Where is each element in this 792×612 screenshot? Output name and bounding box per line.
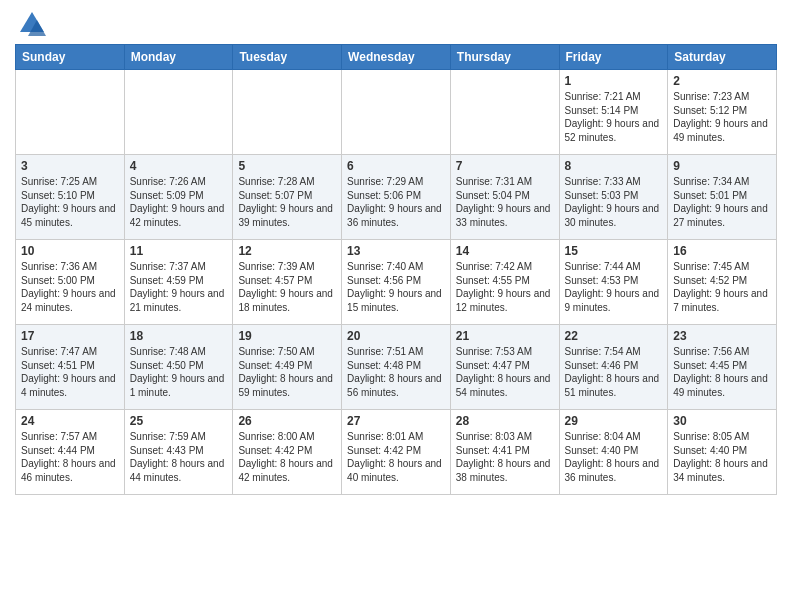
calendar-cell xyxy=(342,70,451,155)
day-number: 28 xyxy=(456,414,554,428)
day-number: 12 xyxy=(238,244,336,258)
day-info: Sunrise: 7:59 AM Sunset: 4:43 PM Dayligh… xyxy=(130,430,228,484)
day-number: 4 xyxy=(130,159,228,173)
week-row-1: 1Sunrise: 7:21 AM Sunset: 5:14 PM Daylig… xyxy=(16,70,777,155)
week-row-4: 17Sunrise: 7:47 AM Sunset: 4:51 PM Dayli… xyxy=(16,325,777,410)
page: SundayMondayTuesdayWednesdayThursdayFrid… xyxy=(0,0,792,612)
day-number: 26 xyxy=(238,414,336,428)
calendar-cell: 12Sunrise: 7:39 AM Sunset: 4:57 PM Dayli… xyxy=(233,240,342,325)
day-number: 15 xyxy=(565,244,663,258)
day-number: 19 xyxy=(238,329,336,343)
day-info: Sunrise: 7:28 AM Sunset: 5:07 PM Dayligh… xyxy=(238,175,336,229)
day-number: 23 xyxy=(673,329,771,343)
day-info: Sunrise: 7:47 AM Sunset: 4:51 PM Dayligh… xyxy=(21,345,119,399)
weekday-sunday: Sunday xyxy=(16,45,125,70)
day-number: 17 xyxy=(21,329,119,343)
day-info: Sunrise: 7:54 AM Sunset: 4:46 PM Dayligh… xyxy=(565,345,663,399)
day-number: 10 xyxy=(21,244,119,258)
header xyxy=(15,10,777,38)
day-info: Sunrise: 7:23 AM Sunset: 5:12 PM Dayligh… xyxy=(673,90,771,144)
day-number: 20 xyxy=(347,329,445,343)
week-row-5: 24Sunrise: 7:57 AM Sunset: 4:44 PM Dayli… xyxy=(16,410,777,495)
day-number: 3 xyxy=(21,159,119,173)
calendar-cell: 3Sunrise: 7:25 AM Sunset: 5:10 PM Daylig… xyxy=(16,155,125,240)
calendar-cell: 21Sunrise: 7:53 AM Sunset: 4:47 PM Dayli… xyxy=(450,325,559,410)
calendar-cell xyxy=(124,70,233,155)
calendar-cell xyxy=(450,70,559,155)
day-info: Sunrise: 7:39 AM Sunset: 4:57 PM Dayligh… xyxy=(238,260,336,314)
calendar-cell: 18Sunrise: 7:48 AM Sunset: 4:50 PM Dayli… xyxy=(124,325,233,410)
day-number: 21 xyxy=(456,329,554,343)
calendar-cell: 23Sunrise: 7:56 AM Sunset: 4:45 PM Dayli… xyxy=(668,325,777,410)
day-info: Sunrise: 7:34 AM Sunset: 5:01 PM Dayligh… xyxy=(673,175,771,229)
day-info: Sunrise: 8:01 AM Sunset: 4:42 PM Dayligh… xyxy=(347,430,445,484)
day-info: Sunrise: 7:37 AM Sunset: 4:59 PM Dayligh… xyxy=(130,260,228,314)
calendar-cell: 29Sunrise: 8:04 AM Sunset: 4:40 PM Dayli… xyxy=(559,410,668,495)
calendar-cell: 20Sunrise: 7:51 AM Sunset: 4:48 PM Dayli… xyxy=(342,325,451,410)
calendar-cell: 13Sunrise: 7:40 AM Sunset: 4:56 PM Dayli… xyxy=(342,240,451,325)
weekday-wednesday: Wednesday xyxy=(342,45,451,70)
week-row-2: 3Sunrise: 7:25 AM Sunset: 5:10 PM Daylig… xyxy=(16,155,777,240)
day-number: 5 xyxy=(238,159,336,173)
weekday-friday: Friday xyxy=(559,45,668,70)
day-number: 16 xyxy=(673,244,771,258)
calendar-cell: 27Sunrise: 8:01 AM Sunset: 4:42 PM Dayli… xyxy=(342,410,451,495)
calendar-cell: 2Sunrise: 7:23 AM Sunset: 5:12 PM Daylig… xyxy=(668,70,777,155)
calendar-cell: 19Sunrise: 7:50 AM Sunset: 4:49 PM Dayli… xyxy=(233,325,342,410)
day-number: 7 xyxy=(456,159,554,173)
calendar-cell: 4Sunrise: 7:26 AM Sunset: 5:09 PM Daylig… xyxy=(124,155,233,240)
day-info: Sunrise: 7:31 AM Sunset: 5:04 PM Dayligh… xyxy=(456,175,554,229)
day-number: 9 xyxy=(673,159,771,173)
day-info: Sunrise: 8:05 AM Sunset: 4:40 PM Dayligh… xyxy=(673,430,771,484)
calendar-cell: 24Sunrise: 7:57 AM Sunset: 4:44 PM Dayli… xyxy=(16,410,125,495)
day-info: Sunrise: 7:57 AM Sunset: 4:44 PM Dayligh… xyxy=(21,430,119,484)
day-number: 8 xyxy=(565,159,663,173)
day-info: Sunrise: 7:33 AM Sunset: 5:03 PM Dayligh… xyxy=(565,175,663,229)
day-number: 13 xyxy=(347,244,445,258)
calendar-cell xyxy=(16,70,125,155)
day-info: Sunrise: 7:21 AM Sunset: 5:14 PM Dayligh… xyxy=(565,90,663,144)
weekday-monday: Monday xyxy=(124,45,233,70)
calendar-cell: 28Sunrise: 8:03 AM Sunset: 4:41 PM Dayli… xyxy=(450,410,559,495)
calendar-cell: 7Sunrise: 7:31 AM Sunset: 5:04 PM Daylig… xyxy=(450,155,559,240)
calendar-cell: 17Sunrise: 7:47 AM Sunset: 4:51 PM Dayli… xyxy=(16,325,125,410)
day-info: Sunrise: 7:45 AM Sunset: 4:52 PM Dayligh… xyxy=(673,260,771,314)
weekday-tuesday: Tuesday xyxy=(233,45,342,70)
logo-icon xyxy=(18,10,46,38)
day-info: Sunrise: 7:25 AM Sunset: 5:10 PM Dayligh… xyxy=(21,175,119,229)
weekday-header-row: SundayMondayTuesdayWednesdayThursdayFrid… xyxy=(16,45,777,70)
day-number: 30 xyxy=(673,414,771,428)
calendar-cell: 30Sunrise: 8:05 AM Sunset: 4:40 PM Dayli… xyxy=(668,410,777,495)
day-info: Sunrise: 7:42 AM Sunset: 4:55 PM Dayligh… xyxy=(456,260,554,314)
day-number: 29 xyxy=(565,414,663,428)
day-number: 6 xyxy=(347,159,445,173)
day-number: 24 xyxy=(21,414,119,428)
day-info: Sunrise: 7:36 AM Sunset: 5:00 PM Dayligh… xyxy=(21,260,119,314)
day-info: Sunrise: 7:51 AM Sunset: 4:48 PM Dayligh… xyxy=(347,345,445,399)
week-row-3: 10Sunrise: 7:36 AM Sunset: 5:00 PM Dayli… xyxy=(16,240,777,325)
calendar-cell: 11Sunrise: 7:37 AM Sunset: 4:59 PM Dayli… xyxy=(124,240,233,325)
calendar-cell: 25Sunrise: 7:59 AM Sunset: 4:43 PM Dayli… xyxy=(124,410,233,495)
calendar-cell: 22Sunrise: 7:54 AM Sunset: 4:46 PM Dayli… xyxy=(559,325,668,410)
calendar-table: SundayMondayTuesdayWednesdayThursdayFrid… xyxy=(15,44,777,495)
weekday-thursday: Thursday xyxy=(450,45,559,70)
day-info: Sunrise: 7:40 AM Sunset: 4:56 PM Dayligh… xyxy=(347,260,445,314)
calendar-cell: 15Sunrise: 7:44 AM Sunset: 4:53 PM Dayli… xyxy=(559,240,668,325)
day-number: 14 xyxy=(456,244,554,258)
day-info: Sunrise: 7:56 AM Sunset: 4:45 PM Dayligh… xyxy=(673,345,771,399)
calendar-cell: 14Sunrise: 7:42 AM Sunset: 4:55 PM Dayli… xyxy=(450,240,559,325)
calendar-cell: 16Sunrise: 7:45 AM Sunset: 4:52 PM Dayli… xyxy=(668,240,777,325)
day-info: Sunrise: 7:29 AM Sunset: 5:06 PM Dayligh… xyxy=(347,175,445,229)
day-info: Sunrise: 8:04 AM Sunset: 4:40 PM Dayligh… xyxy=(565,430,663,484)
day-number: 1 xyxy=(565,74,663,88)
calendar-cell: 5Sunrise: 7:28 AM Sunset: 5:07 PM Daylig… xyxy=(233,155,342,240)
day-number: 2 xyxy=(673,74,771,88)
day-info: Sunrise: 7:44 AM Sunset: 4:53 PM Dayligh… xyxy=(565,260,663,314)
calendar-cell: 26Sunrise: 8:00 AM Sunset: 4:42 PM Dayli… xyxy=(233,410,342,495)
day-number: 11 xyxy=(130,244,228,258)
day-info: Sunrise: 7:50 AM Sunset: 4:49 PM Dayligh… xyxy=(238,345,336,399)
calendar-cell xyxy=(233,70,342,155)
logo xyxy=(15,10,46,38)
calendar-cell: 8Sunrise: 7:33 AM Sunset: 5:03 PM Daylig… xyxy=(559,155,668,240)
weekday-saturday: Saturday xyxy=(668,45,777,70)
